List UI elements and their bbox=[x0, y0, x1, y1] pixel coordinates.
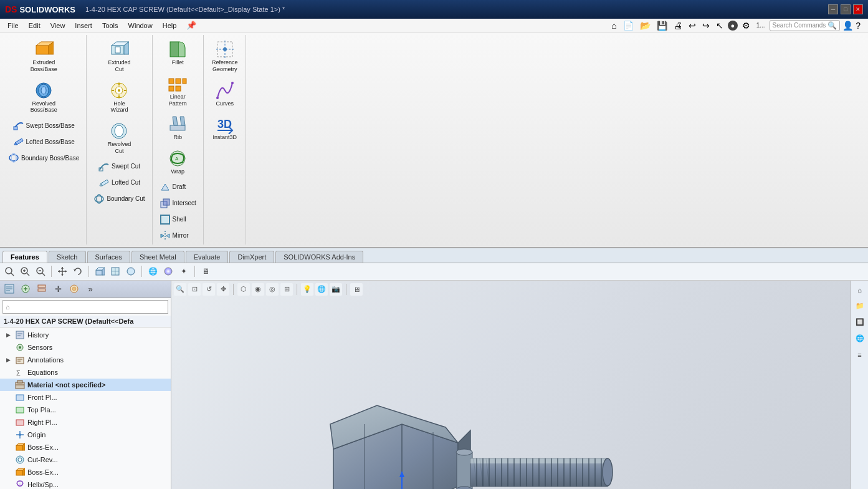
shell-button[interactable]: Shell bbox=[156, 212, 199, 227]
wrap-button[interactable]: A Wrap bbox=[162, 145, 193, 178]
vp-rotate-btn[interactable]: ↺ bbox=[203, 283, 215, 296]
tree-sensors[interactable]: Sensors bbox=[0, 341, 171, 354]
menu-view[interactable]: View bbox=[45, 21, 70, 31]
appearances-btn[interactable] bbox=[161, 264, 175, 278]
tree-boss-extrude2[interactable]: Boss-Ex... bbox=[0, 466, 171, 478]
redo-btn[interactable]: ↪ bbox=[700, 21, 712, 31]
vp-camera-btn[interactable]: 📷 bbox=[330, 283, 342, 296]
intersect-button[interactable]: Intersect bbox=[156, 196, 199, 211]
menu-file[interactable]: File bbox=[2, 21, 24, 31]
feature-tree-filter[interactable]: ⌂ bbox=[2, 300, 168, 314]
rp-home-btn[interactable]: ⌂ bbox=[853, 283, 867, 297]
rotate-btn[interactable] bbox=[71, 264, 85, 278]
more-btn[interactable]: » bbox=[83, 282, 97, 296]
mirror-button[interactable]: Mirror bbox=[156, 228, 199, 243]
vp-shading-btn[interactable]: ◉ bbox=[252, 283, 264, 296]
tab-solidworks-addins[interactable]: SOLIDWORKS Add-Ins bbox=[275, 251, 363, 263]
instant3d-button[interactable]: 3D Instant3D bbox=[208, 111, 241, 144]
vp-lights-btn[interactable]: 💡 bbox=[301, 283, 313, 296]
pin-icon[interactable]: 📌 bbox=[181, 19, 201, 31]
property-manager-btn[interactable] bbox=[19, 282, 32, 296]
curves-button[interactable]: Curves bbox=[209, 77, 241, 110]
tab-sheet-metal[interactable]: Sheet Metal bbox=[131, 251, 184, 263]
question-icon[interactable]: ? bbox=[856, 21, 861, 31]
zoom-out-btn[interactable] bbox=[34, 264, 47, 278]
zoom-to-fit-btn[interactable] bbox=[2, 264, 16, 278]
display-style-btn[interactable] bbox=[108, 264, 122, 278]
tree-right-plane[interactable]: Right Pl... bbox=[0, 416, 171, 428]
draft-button[interactable]: Draft bbox=[156, 180, 199, 195]
extruded-boss-base-button[interactable]: ExtrudedBoss/Base bbox=[26, 36, 62, 76]
maximize-button[interactable]: □ bbox=[841, 4, 851, 14]
vp-sections-btn[interactable]: ⊞ bbox=[280, 283, 293, 296]
vp-scene-btn[interactable]: 🌐 bbox=[315, 283, 328, 296]
vp-zoom-box-btn[interactable]: ⊡ bbox=[188, 283, 201, 296]
menu-tools[interactable]: Tools bbox=[97, 21, 123, 31]
tree-helix[interactable]: Helix/Sp... bbox=[0, 478, 171, 489]
tree-front-plane[interactable]: Front Pl... bbox=[0, 391, 171, 404]
open-btn[interactable]: 📂 bbox=[638, 21, 652, 31]
tree-annotations[interactable]: ▶ Annotations bbox=[0, 354, 171, 366]
save-btn[interactable]: 💾 bbox=[655, 21, 669, 31]
decals-btn[interactable]: ✦ bbox=[177, 264, 191, 278]
tab-dimxpert[interactable]: DimXpert bbox=[229, 251, 274, 263]
reference-geometry-button[interactable]: ReferenceGeometry bbox=[207, 36, 242, 76]
fillet-button[interactable]: Fillet bbox=[162, 36, 193, 69]
rp-folder-btn[interactable]: 📁 bbox=[853, 299, 867, 313]
user-icon[interactable]: 👤 bbox=[842, 21, 853, 31]
tab-sketch[interactable]: Sketch bbox=[49, 251, 86, 263]
home-btn[interactable]: ⌂ bbox=[609, 21, 618, 31]
tree-material[interactable]: Material <not specified> bbox=[0, 379, 171, 391]
options-btn[interactable]: ⚙ bbox=[740, 21, 752, 31]
select-btn[interactable]: ↖ bbox=[714, 21, 725, 31]
rp-globe-btn[interactable]: 🌐 bbox=[853, 332, 867, 346]
lofted-boss-base-button[interactable]: Lofted Boss/Base bbox=[10, 134, 78, 149]
revolved-cut-button[interactable]: RevolvedCut bbox=[103, 118, 136, 158]
hole-wizard-button[interactable]: HoleWizard bbox=[103, 77, 135, 117]
dimension-manager-btn[interactable]: ✛ bbox=[51, 282, 65, 296]
tree-origin[interactable]: Origin bbox=[0, 428, 171, 441]
menu-window[interactable]: Window bbox=[123, 21, 158, 31]
lofted-cut-button[interactable]: Lofted Cut bbox=[95, 175, 143, 190]
tree-boss-extrude1[interactable]: Boss-Ex... bbox=[0, 441, 171, 453]
vp-display-btn[interactable]: ⬡ bbox=[237, 283, 250, 296]
appearance-manager-btn[interactable] bbox=[67, 282, 81, 296]
rib-button[interactable]: Rib bbox=[162, 111, 193, 144]
minimize-button[interactable]: ─ bbox=[828, 4, 838, 14]
tree-cut-revolve1[interactable]: Cut-Rev... bbox=[0, 453, 171, 466]
configuration-manager-btn[interactable] bbox=[35, 282, 49, 296]
swept-boss-base-button[interactable]: Swept Boss/Base bbox=[10, 118, 78, 133]
close-button[interactable]: ✕ bbox=[853, 4, 863, 14]
view-orient-btn[interactable] bbox=[93, 264, 107, 278]
search-icon[interactable]: 🔍 bbox=[827, 21, 837, 30]
swept-cut-button[interactable]: Swept Cut bbox=[95, 159, 143, 174]
menu-help[interactable]: Help bbox=[158, 21, 182, 31]
vp-zoom-btn[interactable]: 🔍 bbox=[174, 283, 186, 296]
undo-btn[interactable]: ↩ bbox=[687, 21, 698, 31]
window-controls[interactable]: ─ □ ✕ bbox=[828, 4, 863, 14]
rebuild-btn[interactable]: ● bbox=[728, 21, 738, 31]
rp-render-btn[interactable]: 🔲 bbox=[853, 316, 867, 329]
new-btn[interactable]: 📄 bbox=[621, 21, 636, 31]
tab-features[interactable]: Features bbox=[2, 251, 47, 263]
monitor-btn[interactable]: 🖥 bbox=[199, 264, 212, 278]
vp-wireframe-btn[interactable]: ◎ bbox=[266, 283, 279, 296]
tree-top-plane[interactable]: Top Pla... bbox=[0, 404, 171, 416]
shaded-btn[interactable] bbox=[124, 264, 138, 278]
rp-list-btn[interactable]: ≡ bbox=[853, 348, 867, 362]
viewport-3d[interactable]: 🔍 ⊡ ↺ ✥ ⬡ ◉ ◎ ⊞ 💡 🌐 📷 🖥 bbox=[171, 281, 868, 489]
scene-btn[interactable]: 🌐 bbox=[146, 264, 160, 278]
tab-evaluate[interactable]: Evaluate bbox=[186, 251, 229, 263]
linear-pattern-button[interactable]: LinearPattern bbox=[162, 70, 193, 110]
vp-monitor-btn[interactable]: 🖥 bbox=[350, 283, 363, 296]
tree-history[interactable]: ▶ History bbox=[0, 329, 171, 341]
boundary-cut-button[interactable]: Boundary Cut bbox=[90, 191, 148, 206]
tab-surfaces[interactable]: Surfaces bbox=[87, 251, 130, 263]
print-btn[interactable]: 🖨 bbox=[672, 21, 684, 31]
search-input-toolbar[interactable]: Search Commands 🔍 bbox=[770, 20, 841, 31]
revolved-boss-base-button[interactable]: RevolvedBoss/Base bbox=[26, 77, 62, 117]
vp-pan-btn[interactable]: ✥ bbox=[217, 283, 229, 296]
extruded-cut-button[interactable]: ExtrudedCut bbox=[103, 36, 135, 76]
boundary-boss-base-button[interactable]: Boundary Boss/Base bbox=[5, 150, 82, 165]
menu-edit[interactable]: Edit bbox=[24, 21, 45, 31]
